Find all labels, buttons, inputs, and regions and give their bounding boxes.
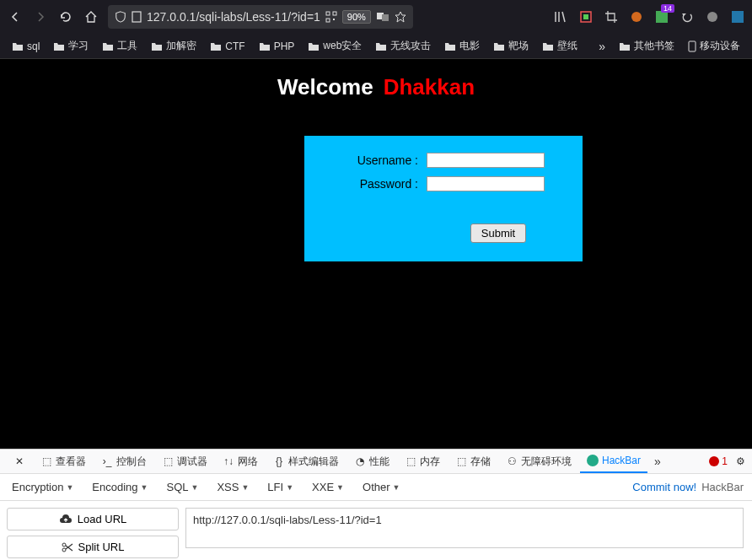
devtools-settings[interactable]: ⚙: [736, 455, 745, 467]
tab-style-editor[interactable]: {}样式编辑器: [266, 450, 346, 473]
back-button[interactable]: [7, 8, 24, 25]
hackbar-menu: Encryption▼ Encoding▼ SQL▼ XSS▼ LFI▼ XXE…: [0, 474, 752, 501]
load-url-button[interactable]: Load URL: [7, 508, 179, 530]
extension-icon-2[interactable]: [629, 9, 644, 24]
svg-rect-13: [656, 11, 668, 23]
bookmark-movies[interactable]: 电影: [439, 36, 485, 56]
svg-rect-3: [326, 19, 330, 22]
hb-sql[interactable]: SQL▼: [163, 478, 201, 496]
extension-icon-3[interactable]: 14: [654, 9, 669, 24]
hackbar-url-input[interactable]: [185, 508, 744, 548]
url-text: 127.0.0.1/sqli-labs/Less-11/?id=1: [147, 10, 320, 24]
svg-rect-11: [583, 14, 588, 19]
tab-console[interactable]: ›_控制台: [94, 450, 153, 473]
bookmark-ctf[interactable]: CTF: [205, 38, 250, 55]
svg-rect-15: [732, 11, 744, 23]
undo-icon[interactable]: [679, 9, 695, 24]
hb-encoding[interactable]: Encoding▼: [89, 478, 151, 496]
password-input[interactable]: [427, 176, 545, 191]
extension-icon-5[interactable]: [730, 9, 745, 24]
error-count[interactable]: 1: [709, 455, 728, 467]
page-content: WelcomeDhakkan Username : Password : Sub…: [0, 59, 752, 449]
tab-debugger[interactable]: ⬚调试器: [155, 450, 214, 473]
password-label: Password :: [342, 177, 418, 191]
hb-encryption[interactable]: Encryption▼: [8, 478, 77, 496]
svg-point-14: [707, 12, 717, 22]
hb-other[interactable]: Other▼: [359, 478, 403, 496]
extension-icon-1[interactable]: [578, 9, 594, 24]
tab-hackbar[interactable]: HackBar: [580, 450, 647, 473]
bookmark-range[interactable]: 靶场: [488, 36, 534, 56]
svg-rect-1: [326, 12, 330, 15]
forward-button[interactable]: [32, 8, 49, 25]
translate-icon[interactable]: [376, 11, 389, 23]
svg-rect-4: [333, 19, 335, 20]
tab-performance[interactable]: ◔性能: [347, 450, 396, 473]
tab-inspector[interactable]: ⬚查看器: [34, 450, 93, 473]
hackbar-icon: [587, 455, 599, 466]
split-url-button[interactable]: Split URL: [7, 536, 179, 558]
tab-network[interactable]: ↑↓网络: [216, 450, 265, 473]
bookmark-tools[interactable]: 工具: [97, 36, 142, 56]
library-icon[interactable]: [553, 9, 568, 24]
reload-button[interactable]: [57, 8, 74, 25]
scissors-icon: [62, 542, 73, 552]
bookmark-study[interactable]: 学习: [48, 36, 94, 56]
svg-line-9: [562, 12, 565, 22]
tab-memory[interactable]: ⬚内存: [398, 450, 447, 473]
hb-xxe[interactable]: XXE▼: [309, 478, 347, 496]
tab-accessibility[interactable]: ⚇无障碍环境: [499, 450, 578, 473]
home-button[interactable]: [83, 8, 99, 25]
bookmark-websec[interactable]: web安全: [303, 36, 367, 56]
bookmark-wireless[interactable]: 无线攻击: [370, 36, 436, 56]
star-icon[interactable]: [395, 11, 406, 23]
devtools-tabbar: ✕ ⬚查看器 ›_控制台 ⬚调试器 ↑↓网络 {}样式编辑器 ◔性能 ⬚内存 ⬚…: [0, 449, 752, 474]
browser-toolbar: 127.0.0.1/sqli-labs/Less-11/?id=1 90% 14: [0, 0, 752, 34]
zoom-level[interactable]: 90%: [342, 10, 371, 24]
hb-lfi[interactable]: LFI▼: [264, 478, 297, 496]
url-bar[interactable]: 127.0.0.1/sqli-labs/Less-11/?id=1 90%: [108, 5, 413, 29]
svg-point-12: [631, 12, 642, 22]
qr-icon[interactable]: [325, 11, 337, 23]
username-label: Username :: [342, 153, 418, 167]
bookmarks-overflow[interactable]: »: [594, 40, 610, 53]
page-icon: [132, 11, 142, 23]
svg-rect-2: [333, 12, 336, 15]
shield-icon: [115, 11, 126, 23]
toolbar-extensions: 14: [553, 9, 745, 24]
login-form: Username : Password : Submit: [304, 136, 583, 261]
hackbar-body: Load URL Split URL: [0, 501, 752, 560]
svg-rect-16: [689, 41, 696, 51]
commit-link[interactable]: Commit now!: [632, 481, 696, 493]
bookmarks-bar: sql 学习 工具 加解密 CTF PHP web安全 无线攻击 电影 靶场 壁…: [0, 34, 752, 59]
bookmark-crypto[interactable]: 加解密: [146, 36, 201, 56]
crop-icon[interactable]: [604, 9, 619, 24]
hb-xss[interactable]: XSS▼: [213, 478, 252, 496]
hackbar-brand: HackBar: [701, 481, 744, 493]
extension-icon-4[interactable]: [705, 9, 720, 24]
other-bookmarks[interactable]: 其他书签: [614, 36, 679, 56]
svg-rect-6: [382, 14, 389, 21]
devtools-overflow[interactable]: »: [649, 455, 666, 468]
devtools-close[interactable]: ✕: [7, 450, 32, 473]
submit-button[interactable]: Submit: [470, 223, 526, 243]
cloud-icon: [59, 514, 73, 525]
tab-storage[interactable]: ⬚存储: [449, 450, 497, 473]
svg-rect-0: [132, 12, 141, 22]
bookmark-sql[interactable]: sql: [7, 38, 45, 55]
bookmark-wallpaper[interactable]: 壁纸: [537, 36, 583, 56]
svg-point-17: [62, 543, 66, 547]
bookmark-php[interactable]: PHP: [254, 38, 300, 55]
mobile-bookmarks[interactable]: 移动设备: [683, 36, 745, 56]
svg-point-18: [62, 548, 66, 552]
page-title: WelcomeDhakkan: [277, 74, 475, 100]
username-input[interactable]: [427, 153, 545, 168]
